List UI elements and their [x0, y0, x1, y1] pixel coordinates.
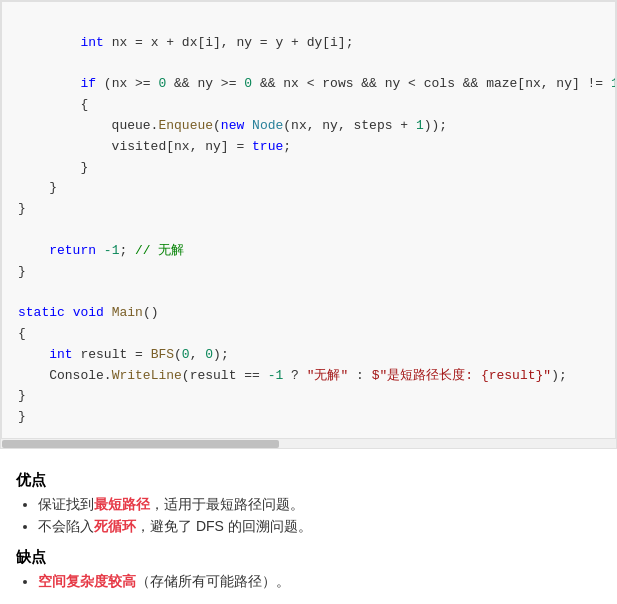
advantages-list: 保证找到最短路径，适用于最短路径问题。 不会陷入死循环，避免了 DFS 的回溯问…: [16, 496, 601, 536]
list-item: 保证找到最短路径，适用于最短路径问题。: [38, 496, 601, 514]
advantages-title: 优点: [16, 471, 601, 490]
code-block[interactable]: int nx = x + dx[i], ny = y + dy[i]; if (…: [1, 1, 616, 439]
scroll-thumb[interactable]: [2, 440, 279, 448]
list-item: 空间复杂度较高（存储所有可能路径）。: [38, 573, 601, 591]
list-item: 不会陷入死循环，避免了 DFS 的回溯问题。: [38, 518, 601, 536]
disadvantages-title: 缺点: [16, 548, 601, 567]
disadvantages-list: 空间复杂度较高（存储所有可能路径）。: [16, 573, 601, 591]
scrollbar[interactable]: [0, 439, 617, 449]
advantages-section: 优点 保证找到最短路径，适用于最短路径问题。 不会陷入死循环，避免了 DFS 的…: [0, 449, 617, 603]
code-container: int nx = x + dx[i], ny = y + dy[i]; if (…: [0, 0, 617, 449]
